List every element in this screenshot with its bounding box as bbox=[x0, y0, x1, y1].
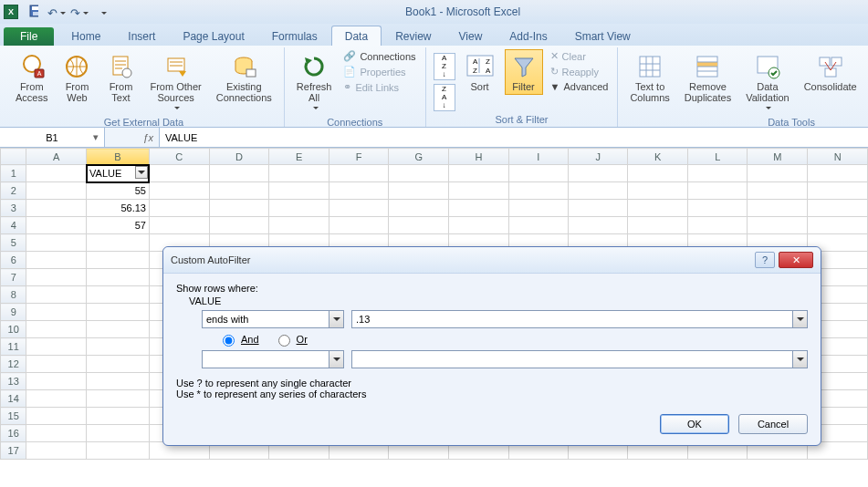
cell-G4[interactable] bbox=[389, 217, 449, 234]
advanced-filter-button[interactable]: ▼Advanced bbox=[549, 80, 611, 93]
ok-button[interactable]: OK bbox=[660, 414, 729, 434]
col-header-K[interactable]: K bbox=[628, 149, 688, 165]
filter-button[interactable]: Filter bbox=[505, 49, 543, 95]
col-header-L[interactable]: L bbox=[688, 149, 748, 165]
tab-home[interactable]: Home bbox=[58, 26, 114, 46]
cell-G1[interactable] bbox=[389, 165, 449, 182]
name-box[interactable]: B1 ▾ bbox=[0, 128, 105, 147]
cell-B2[interactable]: 55 bbox=[87, 182, 150, 200]
col-header-N[interactable]: N bbox=[808, 149, 868, 165]
col-header-J[interactable]: J bbox=[569, 149, 628, 165]
select-all-corner[interactable] bbox=[1, 149, 26, 165]
cell-C3[interactable] bbox=[149, 200, 209, 217]
cell-E2[interactable] bbox=[269, 182, 329, 200]
cell-B8[interactable] bbox=[87, 286, 150, 304]
from-text-button[interactable]: From Text bbox=[101, 49, 140, 106]
data-validation-button[interactable]: Data Validation bbox=[741, 49, 794, 117]
and-radio[interactable]: And bbox=[218, 332, 259, 347]
formula-input[interactable] bbox=[160, 128, 868, 147]
col-header-I[interactable]: I bbox=[508, 149, 568, 165]
qat-save-button[interactable] bbox=[24, 1, 44, 21]
col-header-E[interactable]: E bbox=[269, 149, 329, 165]
cell-B4[interactable]: 57 bbox=[87, 217, 150, 234]
cell-A11[interactable] bbox=[26, 338, 87, 356]
text-to-columns-button[interactable]: Text to Columns bbox=[625, 49, 674, 106]
consolidate-button[interactable]: Consolidate bbox=[800, 49, 862, 95]
tab-smart view[interactable]: Smart View bbox=[561, 26, 644, 46]
cell-A12[interactable] bbox=[26, 356, 87, 373]
cell-N2[interactable] bbox=[808, 182, 868, 200]
cell-K3[interactable] bbox=[628, 200, 688, 217]
from-web-button[interactable]: From Web bbox=[58, 49, 96, 106]
cell-A4[interactable] bbox=[26, 217, 87, 234]
row-header-5[interactable]: 5 bbox=[1, 234, 26, 252]
row-header-11[interactable]: 11 bbox=[1, 338, 26, 356]
cell-A7[interactable] bbox=[26, 269, 87, 286]
sort-asc-button[interactable]: AZ↓ bbox=[434, 53, 455, 80]
row-header-3[interactable]: 3 bbox=[1, 200, 26, 217]
cell-M4[interactable] bbox=[748, 217, 808, 234]
cell-B16[interactable] bbox=[87, 425, 150, 442]
cell-A8[interactable] bbox=[26, 286, 87, 304]
cell-A16[interactable] bbox=[26, 425, 87, 442]
cell-A1[interactable] bbox=[26, 165, 87, 182]
cell-B11[interactable] bbox=[87, 338, 150, 356]
cell-F2[interactable] bbox=[329, 182, 389, 200]
cell-N1[interactable] bbox=[808, 165, 868, 182]
cell-B3[interactable]: 56.13 bbox=[87, 200, 150, 217]
sort-dialog-button[interactable]: AZZA Sort bbox=[461, 49, 499, 95]
qat-customize-button[interactable] bbox=[92, 3, 112, 23]
cell-M3[interactable] bbox=[748, 200, 808, 217]
qat-undo-button[interactable]: ↶ bbox=[47, 3, 67, 23]
cell-K1[interactable] bbox=[628, 165, 688, 182]
col-header-G[interactable]: G bbox=[389, 149, 449, 165]
cell-A9[interactable] bbox=[26, 304, 87, 321]
connections-button[interactable]: 🔗Connections bbox=[341, 49, 417, 63]
cell-L1[interactable] bbox=[688, 165, 748, 182]
cell-I1[interactable] bbox=[508, 165, 568, 182]
cell-J4[interactable] bbox=[569, 217, 628, 234]
cell-B1[interactable]: VALUE bbox=[87, 165, 150, 182]
cell-D2[interactable] bbox=[209, 182, 269, 200]
qat-redo-button[interactable]: ↷ bbox=[69, 3, 89, 23]
cell-J2[interactable] bbox=[569, 182, 628, 200]
tab-data[interactable]: Data bbox=[331, 26, 382, 46]
row-header-14[interactable]: 14 bbox=[1, 390, 26, 408]
cell-L3[interactable] bbox=[688, 200, 748, 217]
tab-page layout[interactable]: Page Layout bbox=[169, 26, 257, 46]
cancel-button[interactable]: Cancel bbox=[738, 414, 808, 434]
cell-D3[interactable] bbox=[209, 200, 269, 217]
tab-add-ins[interactable]: Add-Ins bbox=[496, 26, 560, 46]
cell-A5[interactable] bbox=[26, 234, 87, 252]
col-header-D[interactable]: D bbox=[209, 149, 269, 165]
cell-A3[interactable] bbox=[26, 200, 87, 217]
row-header-9[interactable]: 9 bbox=[1, 304, 26, 321]
cell-A13[interactable] bbox=[26, 373, 87, 390]
dialog-close-button[interactable]: ✕ bbox=[779, 252, 813, 268]
col-header-C[interactable]: C bbox=[149, 149, 209, 165]
cell-B5[interactable] bbox=[87, 234, 150, 252]
tab-insert[interactable]: Insert bbox=[114, 26, 169, 46]
row-header-13[interactable]: 13 bbox=[1, 373, 26, 390]
col-header-H[interactable]: H bbox=[449, 149, 509, 165]
cell-B7[interactable] bbox=[87, 269, 150, 286]
value1-combo[interactable]: .13 bbox=[351, 310, 808, 328]
cell-B6[interactable] bbox=[87, 252, 150, 269]
cell-K2[interactable] bbox=[628, 182, 688, 200]
from-access-button[interactable]: A From Access bbox=[11, 49, 52, 106]
cell-B13[interactable] bbox=[87, 373, 150, 390]
cell-I3[interactable] bbox=[508, 200, 568, 217]
cell-I2[interactable] bbox=[508, 182, 568, 200]
cell-H4[interactable] bbox=[449, 217, 509, 234]
refresh-all-button[interactable]: Refresh All bbox=[292, 49, 337, 117]
filter-dropdown-B[interactable] bbox=[135, 166, 148, 179]
cell-E3[interactable] bbox=[269, 200, 329, 217]
cell-E1[interactable] bbox=[269, 165, 329, 182]
cell-L4[interactable] bbox=[688, 217, 748, 234]
operator1-combo[interactable]: ends with bbox=[202, 310, 344, 328]
cell-G2[interactable] bbox=[389, 182, 449, 200]
cell-H2[interactable] bbox=[449, 182, 509, 200]
cell-A10[interactable] bbox=[26, 321, 87, 338]
dialog-help-button[interactable]: ? bbox=[755, 252, 775, 268]
cell-F4[interactable] bbox=[329, 217, 389, 234]
